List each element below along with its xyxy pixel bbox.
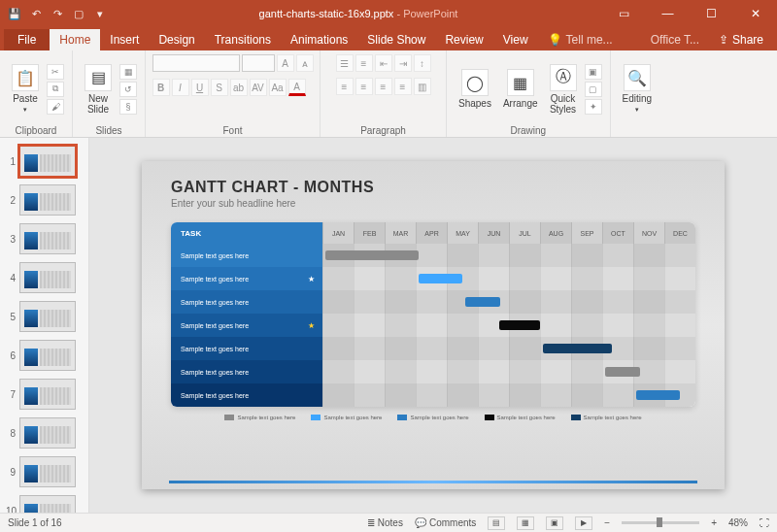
thumbnail[interactable] [19, 340, 76, 371]
zoom-level[interactable]: 48% [728, 517, 748, 528]
gantt-bar[interactable] [543, 344, 612, 353]
thumbnail[interactable] [19, 379, 76, 410]
shapes-button[interactable]: ◯Shapes [455, 67, 495, 111]
notes-button[interactable]: ≣ Notes [367, 517, 403, 528]
gantt-bar[interactable] [465, 297, 500, 307]
zoom-out-icon[interactable]: − [604, 517, 610, 528]
thumbnail[interactable] [19, 301, 76, 332]
justify-icon[interactable]: ≡ [394, 78, 412, 95]
fit-slide-icon[interactable]: ⛶ [760, 517, 769, 528]
tab-share[interactable]: ⇪Share [709, 29, 773, 50]
arrange-button[interactable]: ▦Arrange [499, 67, 542, 111]
slide-canvas[interactable]: GANTT CHART - MONTHS Enter your sub head… [142, 161, 725, 489]
paste-button[interactable]: 📋Paste▾ [8, 62, 43, 116]
task-label[interactable]: Sample text goes here [171, 337, 322, 360]
gantt-bar[interactable] [636, 390, 680, 400]
thumbnail-row[interactable]: 10 [0, 493, 88, 513]
save-icon[interactable]: 💾 [8, 7, 21, 20]
gantt-bar[interactable] [499, 320, 540, 330]
slide-area[interactable]: GANTT CHART - MONTHS Enter your sub head… [89, 138, 777, 513]
redo-icon[interactable]: ↷ [51, 7, 64, 20]
thumbnail[interactable] [19, 262, 76, 293]
thumbnail[interactable] [19, 223, 76, 254]
gantt-row[interactable]: Sample text goes here★ [171, 314, 695, 337]
task-label[interactable]: Sample text goes here★ [171, 267, 322, 290]
decrease-indent-icon[interactable]: ⇤ [375, 54, 392, 72]
section-icon[interactable]: § [119, 99, 137, 115]
tab-account[interactable]: Office T... [641, 29, 709, 50]
gantt-bar[interactable] [325, 250, 419, 260]
thumbnail-row[interactable]: 6 [0, 338, 88, 373]
shadow-button[interactable]: ab [230, 79, 248, 96]
layout-icon[interactable]: ▦ [119, 64, 137, 80]
italic-button[interactable]: I [172, 79, 189, 96]
thumbnail-row[interactable]: 1 [0, 144, 88, 179]
zoom-in-icon[interactable]: + [711, 517, 717, 528]
font-size-input[interactable] [242, 54, 275, 72]
gantt-row[interactable]: Sample text goes here [171, 244, 695, 267]
tab-view[interactable]: View [493, 29, 538, 50]
slideshow-view-icon[interactable]: ▶ [575, 516, 592, 530]
gantt-bar[interactable] [419, 274, 462, 283]
thumbnail-row[interactable]: 9 [0, 454, 88, 489]
thumbnail[interactable] [19, 495, 76, 513]
sorter-view-icon[interactable]: ▦ [517, 516, 534, 530]
gantt-row[interactable]: Sample text goes here [171, 383, 695, 407]
task-label[interactable]: Sample text goes here [171, 290, 322, 314]
thumbnail[interactable] [19, 184, 76, 216]
start-slideshow-icon[interactable]: ▢ [72, 7, 85, 20]
task-label[interactable]: Sample text goes here [171, 244, 322, 267]
ribbon-display-icon[interactable]: ▭ [602, 0, 646, 27]
thumbnail-row[interactable]: 5 [0, 299, 88, 334]
columns-icon[interactable]: ▥ [414, 78, 431, 95]
new-slide-button[interactable]: ▤New Slide [81, 62, 116, 116]
editing-button[interactable]: 🔍Editing▾ [619, 62, 657, 116]
line-spacing-icon[interactable]: ↕ [414, 54, 431, 72]
align-right-icon[interactable]: ≡ [375, 78, 392, 95]
thumbnail[interactable] [19, 146, 76, 177]
tab-tellme[interactable]: 💡Tell me... [538, 29, 623, 50]
slide-panel[interactable]: 1234567891011 [0, 138, 89, 513]
thumbnail[interactable] [19, 456, 76, 487]
format-painter-icon[interactable]: 🖌 [47, 99, 64, 115]
minimize-icon[interactable]: — [646, 0, 690, 27]
quick-styles-button[interactable]: ⒶQuick Styles [546, 62, 581, 116]
comments-button[interactable]: 💬 Comments [415, 517, 476, 528]
bullets-icon[interactable]: ☰ [336, 54, 354, 72]
tab-home[interactable]: Home [50, 29, 100, 50]
tab-insert[interactable]: Insert [100, 29, 149, 50]
spacing-button[interactable]: AV [250, 79, 267, 96]
maximize-icon[interactable]: ☐ [690, 0, 733, 27]
increase-indent-icon[interactable]: ⇥ [394, 54, 412, 72]
align-center-icon[interactable]: ≡ [355, 78, 373, 95]
tab-slideshow[interactable]: Slide Show [357, 29, 435, 50]
tab-design[interactable]: Design [149, 29, 204, 50]
gantt-chart[interactable]: TASKJANFEBMARAPRMAYJUNJULAUGSEPOCTNOVDEC… [171, 222, 695, 407]
numbering-icon[interactable]: ≡ [355, 54, 373, 72]
task-label[interactable]: Sample text goes here [171, 360, 322, 383]
shape-fill-icon[interactable]: ▣ [585, 64, 602, 80]
gantt-row[interactable]: Sample text goes here [171, 290, 695, 314]
underline-button[interactable]: U [191, 79, 209, 96]
shape-effects-icon[interactable]: ✦ [585, 99, 602, 115]
slide-subtitle[interactable]: Enter your sub headline here [171, 198, 695, 209]
zoom-slider[interactable] [622, 521, 699, 524]
task-label[interactable]: Sample text goes here★ [171, 314, 322, 337]
align-left-icon[interactable]: ≡ [336, 78, 354, 95]
decrease-font-icon[interactable]: ᴀ [296, 54, 314, 72]
undo-icon[interactable]: ↶ [29, 7, 43, 20]
thumbnail-row[interactable]: 4 [0, 260, 88, 295]
normal-view-icon[interactable]: ▤ [488, 516, 505, 530]
tab-file[interactable]: File [4, 29, 50, 50]
font-family-input[interactable] [152, 54, 240, 72]
case-button[interactable]: Aa [269, 79, 287, 96]
tab-transitions[interactable]: Transitions [205, 29, 281, 50]
shape-outline-icon[interactable]: ▢ [585, 82, 602, 97]
reset-icon[interactable]: ↺ [119, 82, 137, 97]
reading-view-icon[interactable]: ▣ [546, 516, 563, 530]
gantt-row[interactable]: Sample text goes here [171, 337, 695, 360]
increase-font-icon[interactable]: A [277, 54, 294, 72]
gantt-row[interactable]: Sample text goes here★ [171, 267, 695, 290]
gantt-row[interactable]: Sample text goes here [171, 360, 695, 383]
thumbnail-row[interactable]: 3 [0, 221, 88, 256]
